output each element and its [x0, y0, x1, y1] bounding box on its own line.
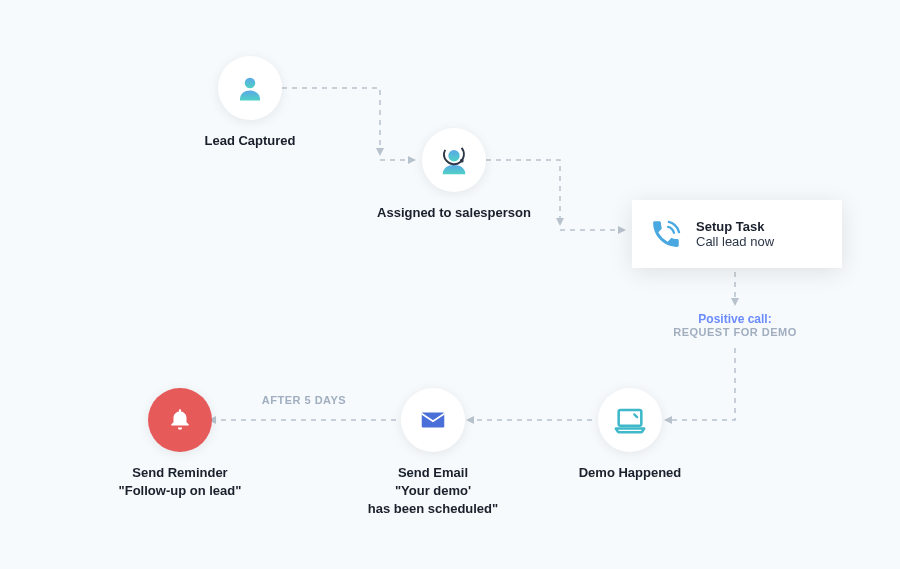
setup-sub: Call lead now	[696, 234, 774, 249]
person-headset-icon	[437, 143, 471, 177]
status-line2: REQUEST FOR DEMO	[660, 326, 810, 338]
laptop-icon	[613, 403, 647, 437]
status-positive-call: Positive call: REQUEST FOR DEMO	[660, 312, 810, 338]
node-assigned: Assigned to salesperson	[370, 128, 538, 222]
demo-icon-circle	[598, 388, 662, 452]
reminder-icon-circle	[148, 388, 212, 452]
svg-point-11	[460, 159, 464, 163]
node-send-reminder: Send Reminder "Follow-up on lead"	[100, 388, 260, 500]
status-line1: Positive call:	[660, 312, 810, 326]
edge-label-after-5-days: AFTER 5 DAYS	[252, 394, 356, 406]
email-icon	[418, 405, 448, 435]
svg-marker-2	[556, 218, 564, 226]
setup-title: Setup Task	[696, 219, 774, 234]
svg-point-8	[245, 78, 256, 89]
reminder-label: Send Reminder "Follow-up on lead"	[100, 464, 260, 500]
phone-icon	[648, 216, 684, 252]
node-demo: Demo Happened	[560, 388, 700, 482]
lead-label: Lead Captured	[186, 132, 314, 150]
bell-icon	[167, 407, 193, 433]
demo-label: Demo Happened	[560, 464, 700, 482]
email-label: Send Email "Your demo' has been schedule…	[348, 464, 518, 519]
person-icon	[235, 73, 265, 103]
email-icon-circle	[401, 388, 465, 452]
card-setup-task: Setup Task Call lead now	[632, 200, 842, 268]
svg-marker-3	[618, 226, 626, 234]
svg-point-9	[448, 150, 459, 161]
node-send-email: Send Email "Your demo' has been schedule…	[348, 388, 518, 519]
assigned-icon-circle	[422, 128, 486, 192]
svg-marker-4	[731, 298, 739, 306]
assigned-label: Assigned to salesperson	[370, 204, 538, 222]
node-lead-captured: Lead Captured	[186, 56, 314, 150]
lead-icon-circle	[218, 56, 282, 120]
svg-rect-13	[422, 413, 445, 428]
